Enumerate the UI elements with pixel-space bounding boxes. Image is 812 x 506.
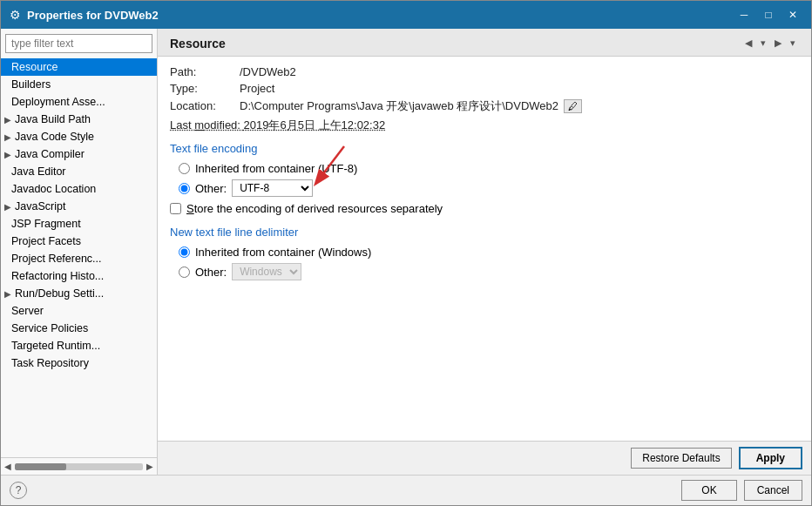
delimiter-inherited-radio[interactable]: [179, 246, 190, 258]
sidebar-item[interactable]: Project Facets: [1, 233, 157, 250]
restore-defaults-button[interactable]: Restore Defaults: [631, 448, 731, 469]
delimiter-other-label[interactable]: Other:: [195, 266, 227, 279]
derived-encoding-checkbox[interactable]: [170, 203, 181, 214]
type-value: Project: [240, 82, 274, 95]
sidebar-item[interactable]: Project Referenc...: [1, 250, 157, 267]
sidebar-item-label: JSP Fragment: [11, 218, 81, 230]
main-header: Resource ◀ ▾ ▶ ▾: [158, 29, 811, 57]
scroll-right-button[interactable]: ▶: [146, 462, 153, 471]
encoding-other-label[interactable]: Other:: [195, 182, 227, 195]
sidebar-item-label: Deployment Asse...: [11, 96, 105, 108]
sidebar-item[interactable]: Deployment Asse...: [1, 93, 157, 111]
encoding-section-title: Text file encoding: [170, 142, 799, 155]
sidebar-bottom: ◀ ▶: [1, 457, 157, 475]
properties-dialog: ⚙ Properties for DVDWeb2 ─ □ ✕ ResourceB…: [0, 0, 812, 506]
encoding-options: Inherited from container (UTF-8) Other: …: [179, 162, 799, 197]
last-modified: Last modified: 2019年6月5日 上午12:02:32: [170, 118, 799, 133]
location-label: Location:: [170, 99, 240, 112]
path-row: Path: /DVDWeb2: [170, 65, 799, 78]
sidebar-item[interactable]: Java Editor: [1, 163, 157, 180]
encoding-other-radio[interactable]: [179, 183, 190, 194]
sidebar-item[interactable]: JSP Fragment: [1, 215, 157, 233]
delimiter-section-title: New text file line delimiter: [170, 226, 799, 239]
sidebar-item[interactable]: Targeted Runtim...: [1, 337, 157, 354]
sidebar-item-label: Project Facets: [11, 235, 81, 247]
sidebar-item[interactable]: ▶ Java Compiler: [1, 145, 157, 163]
minimize-button[interactable]: ─: [733, 6, 755, 24]
filter-input[interactable]: [5, 34, 152, 53]
sidebar-item[interactable]: ▶ Run/Debug Setti...: [1, 285, 157, 302]
sidebar-item-label: Run/Debug Setti...: [15, 287, 104, 300]
sidebar-item[interactable]: Resource: [1, 58, 157, 76]
location-content: D:\Computer Programs\Java 开发\javaweb 程序设…: [240, 98, 582, 114]
delimiter-options: Inherited from container (Windows) Other…: [179, 246, 799, 280]
sidebar-item[interactable]: Refactoring Histo...: [1, 267, 157, 285]
edit-icon: 🖊: [568, 101, 578, 111]
nav-forward-button[interactable]: ▶: [771, 36, 785, 51]
encoding-inherited-row: Inherited from container (UTF-8): [179, 162, 799, 175]
sidebar-item[interactable]: ▶ JavaScript: [1, 198, 157, 215]
sidebar: ResourceBuildersDeployment Asse...▶ Java…: [1, 29, 158, 475]
sidebar-item[interactable]: ▶ Java Code Style: [1, 128, 157, 145]
section-title: Resource: [170, 37, 226, 51]
delimiter-other-row: Other: Windows: [179, 263, 799, 280]
type-row: Type: Project: [170, 82, 799, 95]
delimiter-inherited-label[interactable]: Inherited from container (Windows): [195, 246, 371, 259]
sidebar-item-label: Server: [11, 305, 44, 317]
sidebar-item[interactable]: Builders: [1, 76, 157, 93]
sidebar-item-label: Resource: [11, 61, 58, 73]
scroll-left-button[interactable]: ◀: [4, 462, 11, 471]
close-button[interactable]: ✕: [782, 6, 804, 24]
sidebar-item[interactable]: ▶ Java Build Path: [1, 111, 157, 128]
sidebar-item[interactable]: Javadoc Location: [1, 180, 157, 198]
derived-encoding-label[interactable]: Store the encoding of derived resources …: [186, 202, 443, 215]
sidebar-item[interactable]: Task Repository: [1, 354, 157, 372]
location-edit-button[interactable]: 🖊: [564, 99, 582, 113]
sidebar-item-label: Java Compiler: [15, 148, 85, 160]
apply-bar: Restore Defaults Apply: [158, 441, 811, 475]
encoding-inherited-label[interactable]: Inherited from container (UTF-8): [195, 162, 357, 175]
location-row: Location: D:\Computer Programs\Java 开发\j…: [170, 98, 799, 114]
window-controls: ─ □ ✕: [733, 6, 804, 24]
sidebar-item-label: Javadoc Location: [11, 183, 96, 195]
sidebar-item-label: Targeted Runtim...: [11, 340, 100, 352]
maximize-button[interactable]: □: [757, 6, 780, 24]
main-content: Resource ◀ ▾ ▶ ▾ Path: /DVDWeb2 Type:: [158, 29, 811, 475]
path-label: Path:: [170, 65, 240, 78]
title-bar: ⚙ Properties for DVDWeb2 ─ □ ✕: [1, 1, 811, 29]
sidebar-item[interactable]: Server: [1, 302, 157, 320]
nav-forward-dropdown-button[interactable]: ▾: [787, 36, 799, 51]
nav-back-dropdown-button[interactable]: ▾: [757, 36, 769, 51]
delimiter-select: Windows: [232, 263, 301, 280]
cancel-button[interactable]: Cancel: [744, 480, 802, 501]
apply-button[interactable]: Apply: [739, 447, 802, 469]
last-modified-label: Last modified:: [170, 118, 244, 132]
encoding-checkbox-row: Store the encoding of derived resources …: [170, 202, 799, 215]
encoding-inherited-radio[interactable]: [179, 163, 190, 174]
sidebar-item-label: Task Repository: [11, 357, 89, 369]
delimiter-other-radio[interactable]: [179, 266, 190, 278]
last-modified-value: 2019年6月5日 上午12:02:32: [244, 118, 386, 132]
help-button[interactable]: ?: [10, 482, 27, 499]
sidebar-scroll: ResourceBuildersDeployment Asse...▶ Java…: [1, 58, 157, 457]
nav-back-button[interactable]: ◀: [741, 36, 755, 51]
sidebar-item-label: JavaScript: [15, 200, 65, 213]
delimiter-inherited-row: Inherited from container (Windows): [179, 246, 799, 259]
sidebar-item-label: Project Referenc...: [11, 253, 102, 265]
sidebar-item-label: Refactoring Histo...: [11, 270, 104, 282]
location-value: D:\Computer Programs\Java 开发\javaweb 程序设…: [240, 98, 558, 114]
dialog-body: ResourceBuildersDeployment Asse...▶ Java…: [1, 29, 811, 475]
sidebar-item-label: Java Editor: [11, 165, 66, 178]
sidebar-item[interactable]: Service Policies: [1, 320, 157, 337]
path-value: /DVDWeb2: [240, 65, 296, 78]
dialog-icon: ⚙: [8, 8, 22, 22]
sidebar-item-label: Builders: [11, 78, 51, 91]
title-bar-text: Properties for DVDWeb2: [27, 9, 733, 22]
main-body: Path: /DVDWeb2 Type: Project Location: D…: [158, 57, 811, 441]
encoding-select[interactable]: UTF-8 ISO-8859-1 US-ASCII UTF-16: [232, 179, 313, 197]
footer-buttons: OK Cancel: [681, 480, 802, 501]
sidebar-item-label: Java Code Style: [15, 131, 94, 143]
type-label: Type:: [170, 82, 240, 95]
encoding-other-row: Other: UTF-8 ISO-8859-1 US-ASCII UTF-16: [179, 179, 799, 197]
ok-button[interactable]: OK: [681, 480, 736, 501]
